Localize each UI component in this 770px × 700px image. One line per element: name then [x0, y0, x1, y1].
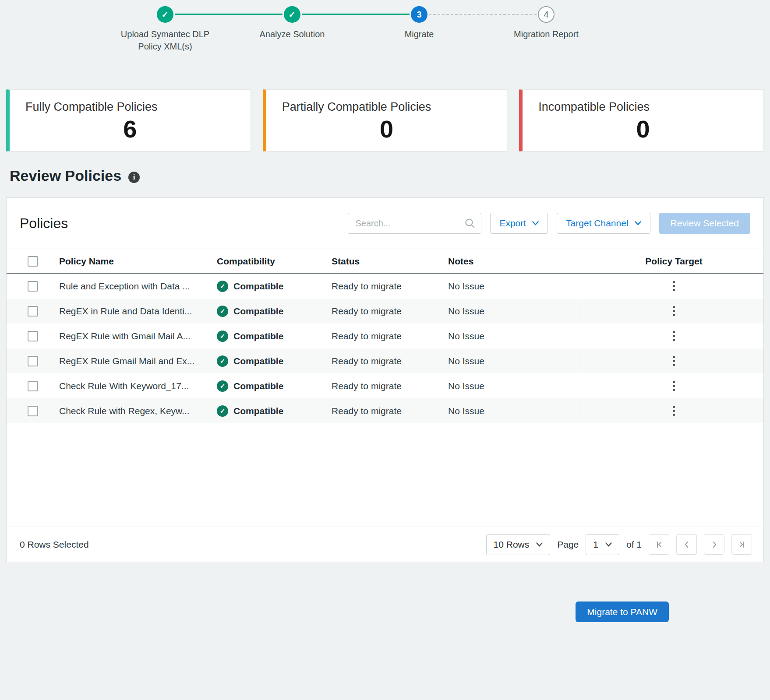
- review-policies-header: Review Policies i: [10, 167, 770, 184]
- card-title: Partially Compatible Policies: [266, 100, 507, 114]
- notes-cell: No Issue: [448, 348, 584, 373]
- card-title: Fully Compatible Policies: [10, 100, 251, 114]
- compatibility-label: Compatible: [233, 406, 283, 416]
- step-label: Upload Symantec DLP Policy XML(s): [113, 28, 217, 53]
- table-body: Rule and Exception with Data ... ✓ Compa…: [7, 274, 763, 423]
- step-completed-check-icon: ✓: [284, 6, 300, 23]
- status-cell: Ready to migrate: [332, 373, 448, 398]
- export-button[interactable]: Export: [490, 213, 548, 234]
- table-row: RegEX in Rule and Data Identi... ✓ Compa…: [7, 299, 763, 324]
- policy-target-cell: [584, 274, 763, 299]
- step-number: 4: [544, 10, 548, 20]
- row-checkbox[interactable]: [28, 381, 38, 391]
- wizard-stepper: ✓ Upload Symantec DLP Policy XML(s) ✓ An…: [102, 6, 610, 53]
- chevron-down-icon: [605, 542, 612, 547]
- table-empty-space: [7, 423, 763, 527]
- notes-cell: No Issue: [448, 398, 584, 423]
- fully-compatible-card: Fully Compatible Policies 6: [6, 89, 251, 151]
- compatibility-cell: ✓ Compatible: [217, 373, 332, 398]
- previous-page-button[interactable]: [676, 534, 697, 555]
- row-actions-kebab-icon[interactable]: [669, 327, 678, 345]
- last-page-button[interactable]: [731, 534, 752, 555]
- page-number-select[interactable]: 1: [586, 534, 619, 555]
- first-page-button[interactable]: [649, 534, 669, 555]
- chevron-left-icon: [682, 540, 691, 549]
- compatible-check-icon: ✓: [217, 355, 228, 367]
- policy-target-cell: [584, 299, 763, 324]
- table-footer: 0 Rows Selected 10 Rows Page 1 of 1: [7, 527, 763, 562]
- policy-name-cell: RegEX in Rule and Data Identi...: [59, 299, 217, 324]
- policy-name-cell: Check Rule With Keyword_17...: [59, 373, 217, 398]
- compatible-check-icon: ✓: [217, 331, 228, 342]
- compatibility-label: Compatible: [233, 281, 283, 292]
- chevron-down-icon: [635, 221, 641, 225]
- row-actions-kebab-icon[interactable]: [669, 352, 678, 369]
- table-row: Check Rule With Keyword_17... ✓ Compatib…: [7, 373, 763, 398]
- select-all-checkbox[interactable]: [28, 256, 38, 267]
- checkbox-cell: [7, 373, 59, 398]
- check-glyph: ✓: [220, 282, 226, 290]
- migrate-to-panw-button[interactable]: Migrate to PANW: [576, 602, 669, 622]
- checkbox-cell: [7, 274, 59, 299]
- panel-title: Policies: [20, 215, 68, 232]
- row-actions-kebab-icon[interactable]: [669, 278, 678, 295]
- row-checkbox[interactable]: [28, 331, 38, 341]
- step-migrate: 3 Migrate: [356, 6, 483, 53]
- first-page-icon: [655, 540, 664, 549]
- step-analyze-solution: ✓ Analyze Solution: [229, 6, 356, 53]
- compatibility-label: Compatible: [233, 381, 283, 391]
- row-actions-kebab-icon[interactable]: [669, 402, 678, 419]
- col-header-compatibility: Compatibility: [217, 249, 332, 273]
- status-cell: Ready to migrate: [332, 299, 448, 324]
- policy-name-cell: Check Rule with Regex, Keyw...: [59, 398, 217, 423]
- step-migration-report: 4 Migration Report: [483, 6, 610, 53]
- target-channel-label: Target Channel: [566, 218, 628, 229]
- table-row: Rule and Exception with Data ... ✓ Compa…: [7, 274, 763, 299]
- row-checkbox[interactable]: [28, 406, 38, 416]
- export-label: Export: [499, 218, 526, 229]
- section-title: Review Policies: [10, 167, 121, 184]
- col-header-status: Status: [332, 249, 448, 273]
- row-checkbox[interactable]: [28, 356, 38, 366]
- status-cell: Ready to migrate: [332, 274, 448, 299]
- last-page-icon: [738, 540, 746, 549]
- info-icon[interactable]: i: [128, 172, 140, 183]
- table-row: RegEX Rule with Gmail Mail A... ✓ Compat…: [7, 324, 763, 348]
- compatibility-cell: ✓ Compatible: [217, 398, 332, 423]
- compatibility-label: Compatible: [233, 356, 283, 366]
- compatible-check-icon: ✓: [217, 405, 228, 417]
- card-value: 0: [523, 115, 763, 143]
- compatible-check-icon: ✓: [217, 380, 228, 392]
- compatibility-cell: ✓ Compatible: [217, 299, 332, 324]
- panel-header: Policies Export Target Channel Review Se…: [7, 198, 763, 249]
- checkbox-cell: [7, 348, 59, 373]
- select-all-cell: [7, 249, 59, 273]
- target-channel-button[interactable]: Target Channel: [557, 213, 650, 234]
- chevron-down-icon: [536, 542, 543, 547]
- row-actions-kebab-icon[interactable]: [669, 377, 678, 394]
- row-actions-kebab-icon[interactable]: [669, 303, 678, 320]
- search-input[interactable]: [348, 213, 481, 234]
- page-of-label: of 1: [626, 539, 642, 550]
- compatibility-label: Compatible: [233, 306, 283, 317]
- notes-cell: No Issue: [448, 274, 584, 299]
- card-value: 6: [10, 115, 251, 143]
- row-checkbox[interactable]: [28, 281, 38, 292]
- next-page-button[interactable]: [704, 534, 724, 555]
- summary-cards: Fully Compatible Policies 6 Partially Co…: [6, 89, 764, 151]
- check-glyph: ✓: [220, 382, 226, 390]
- table-row: RegEX Rule Gmail Mail and Ex... ✓ Compat…: [7, 348, 763, 373]
- table-row: Check Rule with Regex, Keyw... ✓ Compati…: [7, 398, 763, 423]
- notes-cell: No Issue: [448, 324, 584, 348]
- pagination-controls: 10 Rows Page 1 of 1: [486, 534, 752, 555]
- col-header-notes: Notes: [448, 249, 584, 273]
- policies-panel: Policies Export Target Channel Review Se…: [6, 197, 764, 562]
- step-label: Migration Report: [514, 28, 579, 40]
- page-label: Page: [557, 539, 579, 550]
- row-checkbox[interactable]: [28, 306, 38, 317]
- review-selected-button[interactable]: Review Selected: [659, 213, 750, 234]
- policy-name-cell: Rule and Exception with Data ...: [59, 274, 217, 299]
- rows-per-page-select[interactable]: 10 Rows: [486, 534, 551, 555]
- panel-controls: Export Target Channel Review Selected: [348, 213, 750, 234]
- card-value: 0: [266, 115, 507, 143]
